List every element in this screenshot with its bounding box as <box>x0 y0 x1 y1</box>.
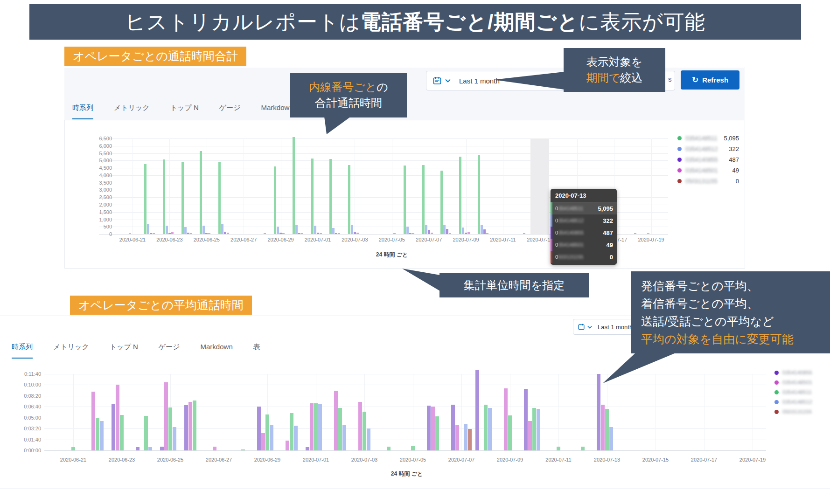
legend-item[interactable]: 0354148512 <box>774 399 827 405</box>
legend-dot <box>677 168 682 173</box>
legend-masked-label: 0503131155 <box>782 409 812 414</box>
legend-total-chart: 03541485115,0950354148512322035414085548… <box>677 135 739 185</box>
banner-text-post: に表示が可能 <box>579 8 705 36</box>
legend-dot <box>774 410 779 414</box>
legend-value: 322 <box>729 145 739 152</box>
tooltip-value: 487 <box>603 229 613 236</box>
tooltip-masked-label: 0354140855 <box>555 230 584 235</box>
chevron-down-icon[interactable] <box>587 325 592 329</box>
tooltip-series-strip <box>551 214 552 227</box>
legend-dot <box>774 380 779 385</box>
callout-extension-orange: 内線番号ごと <box>309 81 377 93</box>
tooltip-value: 5,095 <box>598 205 613 212</box>
legend-dot <box>677 179 682 183</box>
callout-period-line1: 表示対象を <box>564 54 665 70</box>
callout-average-targets: 発信番号ごとの平均、 着信番号ごとの平均、 送話/受話ごとの平均など 平均の対象… <box>631 271 830 353</box>
tooltip-date: 2020-07-13 <box>551 189 617 202</box>
tooltip-series-strip <box>551 202 552 214</box>
legend-item[interactable]: 0354140855 <box>774 370 827 375</box>
tab-時系列[interactable]: 時系列 <box>72 104 93 119</box>
legend-dot <box>774 390 779 394</box>
tooltip-masked-label: 0503131155 <box>555 254 583 260</box>
tooltip-masked-label: 0354148512 <box>555 218 584 223</box>
calendar-icon[interactable] <box>433 76 441 85</box>
tooltip-row: 05031311550 <box>551 251 617 263</box>
callout-period-rest: 絞込 <box>620 71 642 84</box>
legend-item[interactable]: 0354148511 <box>774 389 827 395</box>
callout-average-line3: 送話/受話ごとの平均など <box>641 312 830 330</box>
chevron-down-icon[interactable] <box>445 79 451 83</box>
callout-extension-line2: 合計通話時間 <box>290 95 407 111</box>
tooltip-row: 03541485115,095 <box>551 202 617 214</box>
tab-bar-total: 時系列メトリックトップ NゲージMarkdown <box>72 104 293 119</box>
legend-masked-label: 0503131155 <box>685 178 718 185</box>
tab-トップ N[interactable]: トップ N <box>110 343 138 359</box>
title-banner: ヒストリカルレポートは電話番号ごと/期間ごとに表示が可能 <box>29 4 801 40</box>
legend-masked-label: 0354140855 <box>685 157 718 163</box>
legend-item[interactable]: 0354148501 <box>774 380 827 385</box>
tooltip-value: 49 <box>607 242 613 249</box>
legend-value: 0 <box>736 178 739 185</box>
refresh-icon: ↻ <box>692 75 698 85</box>
arrow-unit <box>402 269 440 291</box>
legend-item[interactable]: 0354140855487 <box>677 156 739 163</box>
show-dates-partial-text[interactable]: s <box>668 75 672 83</box>
tab-Markdown[interactable]: Markdown <box>261 104 293 119</box>
legend-masked-label: 0354148512 <box>782 399 812 405</box>
legend-item[interactable]: 0503131155 <box>774 409 827 414</box>
refresh-label: Refresh <box>702 76 728 84</box>
legend-value: 49 <box>732 167 739 174</box>
legend-value: 5,095 <box>724 135 739 142</box>
callout-unit-text: 集計単位時間を指定 <box>439 277 589 293</box>
legend-average-chart: 0354140855035414850103541485110354148512… <box>774 370 827 414</box>
tab-表[interactable]: 表 <box>253 343 260 359</box>
legend-item[interactable]: 035414850149 <box>677 167 739 174</box>
legend-masked-label: 0354148512 <box>685 146 718 152</box>
refresh-button[interactable]: ↻ Refresh <box>681 70 739 90</box>
callout-period-orange: 期間で <box>586 71 621 84</box>
tab-ゲージ[interactable]: ゲージ <box>159 343 180 359</box>
tab-bar-average: 時系列メトリックトップ NゲージMarkdown表 <box>12 343 260 359</box>
legend-dot <box>677 136 682 140</box>
callout-period-filter: 表示対象を 期間で絞込 <box>564 48 665 92</box>
tooltip-row: 0354148512322 <box>551 214 617 227</box>
legend-value: 487 <box>729 156 739 163</box>
section-title-average: オペレータごとの平均通話時間 <box>70 296 252 315</box>
date-range-value[interactable]: Last 1 month <box>459 77 500 85</box>
legend-masked-label: 0354148511 <box>782 389 812 395</box>
legend-item[interactable]: 0354148512322 <box>677 145 739 152</box>
callout-average-line2: 着信番号ごとの平均、 <box>641 295 830 312</box>
tab-メトリック[interactable]: メトリック <box>114 104 150 119</box>
legend-masked-label: 0354148511 <box>685 135 718 142</box>
tooltip-series-strip <box>551 227 552 239</box>
legend-item[interactable]: 05031311550 <box>677 178 739 185</box>
legend-item[interactable]: 03541485115,095 <box>677 135 739 142</box>
tooltip-value: 322 <box>603 217 613 224</box>
callout-average-line1: 発信番号ごとの平均、 <box>641 277 830 295</box>
callout-aggregation-unit: 集計単位時間を指定 <box>439 273 589 297</box>
legend-dot <box>774 400 779 404</box>
tooltip-masked-label: 0354148511 <box>555 206 583 211</box>
tooltip-masked-label: 0354148501 <box>555 242 584 248</box>
tooltip-value: 0 <box>610 254 613 261</box>
tab-メトリック[interactable]: メトリック <box>53 343 89 359</box>
tooltip-row: 0354140855487 <box>551 227 617 239</box>
callout-extension-total: 内線番号ごとの 合計通話時間 <box>290 73 407 117</box>
tab-ゲージ[interactable]: ゲージ <box>219 104 241 119</box>
legend-masked-label: 0354148501 <box>782 380 812 385</box>
tooltip-series-strip <box>551 251 552 263</box>
callout-average-line4: 平均の対象を自由に変更可能 <box>641 330 830 348</box>
chart-tooltip: 2020-07-13 03541485115,09503541485123220… <box>551 189 617 265</box>
tab-時系列[interactable]: 時系列 <box>12 343 33 359</box>
legend-dot <box>677 147 682 151</box>
callout-extension-rest: の <box>377 81 388 93</box>
tooltip-row: 035414850149 <box>551 239 617 251</box>
banner-text-bold: 電話番号ごと/期間ごと <box>361 8 579 36</box>
tab-トップ N[interactable]: トップ N <box>170 104 199 119</box>
legend-masked-label: 0354148501 <box>685 167 718 174</box>
date-range-value[interactable]: Last 1 month <box>598 324 633 331</box>
tab-Markdown[interactable]: Markdown <box>201 343 233 359</box>
tooltip-series-strip <box>551 239 552 251</box>
section-title-total: オペレータごとの通話時間合計 <box>64 47 246 66</box>
calendar-icon[interactable] <box>578 324 585 330</box>
